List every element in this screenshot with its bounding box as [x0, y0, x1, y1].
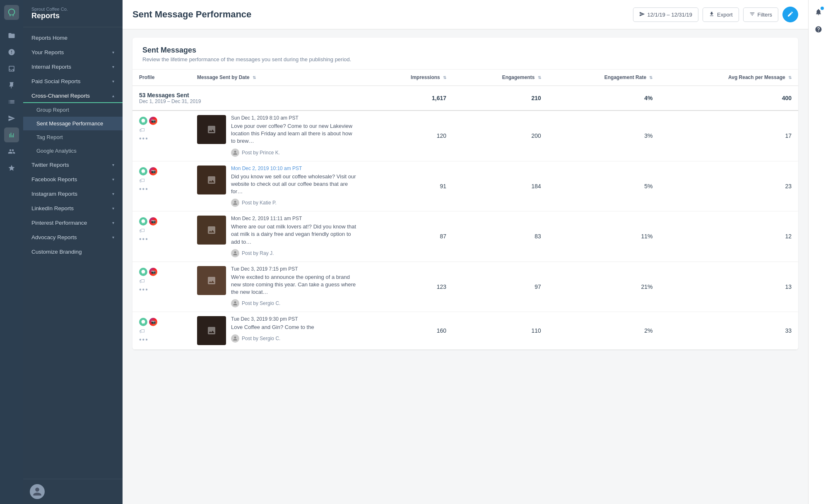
summary-row: 53 Messages Sent Dec 1, 2019 – Dec 31, 2… — [132, 86, 798, 110]
engagement-rate-cell: 21% — [548, 262, 660, 312]
report-card: Sent Messages Review the lifetime perfor… — [132, 38, 798, 350]
chart-bar-icon[interactable] — [4, 127, 19, 142]
more-options-icon[interactable]: ••• — [139, 235, 184, 243]
message-text: Mon Dec 2, 2019 10:10 am PST Did you kno… — [231, 166, 358, 207]
message-cell: Tue Dec 3, 2019 7:15 pm PST We're excite… — [190, 262, 364, 312]
message-thumbnail — [197, 316, 226, 345]
sidebar-item-internal-reports[interactable]: Internal Reports ▾ — [23, 60, 123, 74]
more-options-icon[interactable]: ••• — [139, 135, 184, 142]
user-avatar[interactable] — [30, 484, 45, 499]
sidebar-item-label: Internal Reports — [31, 64, 71, 70]
profile-cell: 📷 🏷 ••• — [132, 211, 190, 262]
message-thumbnail — [197, 216, 226, 245]
more-options-icon[interactable]: ••• — [139, 286, 184, 293]
impressions-cell: 120 — [364, 110, 453, 161]
sidebar-item-cross-channel-reports[interactable]: Cross-Channel Reports ▴ — [23, 89, 123, 103]
sidebar-item-customize-branding[interactable]: Customize Branding — [23, 245, 123, 259]
instagram-platform-icon: 📷 — [149, 217, 157, 226]
col-message[interactable]: Message Sent by Date ⇅ — [190, 70, 364, 86]
message-body: Love Coffee and Gin? Come to the — [231, 324, 358, 331]
message-author: Post by Ray J. — [231, 249, 358, 257]
folder-icon[interactable] — [4, 28, 19, 43]
sidebar-item-group-report[interactable]: Group Report — [23, 103, 123, 117]
col-profile: Profile — [132, 70, 190, 86]
sort-icon: ⇅ — [538, 75, 541, 80]
message-text: Mon Dec 2, 2019 11:11 am PST Where are o… — [231, 216, 358, 257]
sidebar-item-paid-social-reports[interactable]: Paid Social Reports ▾ — [23, 74, 123, 89]
author-name: Post by Katie P. — [242, 200, 277, 206]
tag-icon: 🏷 — [139, 278, 184, 284]
compose-button[interactable] — [782, 7, 798, 22]
engagements-cell: 110 — [453, 312, 548, 350]
col-avg-reach[interactable]: Avg Reach per Message ⇅ — [659, 70, 798, 86]
engagements-cell: 97 — [453, 262, 548, 312]
sidebar-item-instagram-reports[interactable]: Instagram Reports ▾ — [23, 187, 123, 201]
message-date: Sun Dec 1, 2019 8:10 am PST — [231, 115, 358, 121]
more-options-icon[interactable]: ••• — [139, 336, 184, 343]
date-range-label: 12/1/19 – 12/31/19 — [647, 12, 692, 18]
message-body: Where are our oat milk lovers at!? Did y… — [231, 223, 358, 246]
sidebar-item-label: Advocacy Reports — [31, 234, 77, 240]
sidebar-item-label: Instagram Reports — [31, 191, 77, 197]
sidebar-item-reports-home[interactable]: Reports Home — [23, 31, 123, 45]
list-icon[interactable] — [4, 94, 19, 109]
table-row: 📷 🏷 ••• Mon Dec 2, 2019 11:11 am PST Whe… — [132, 211, 798, 262]
message-date: Tue Dec 3, 2019 7:15 pm PST — [231, 266, 358, 272]
message-author: Post by Sergio C. — [231, 299, 358, 307]
chevron-down-icon: ▾ — [112, 163, 114, 167]
sidebar: Sprout Coffee Co. Reports Reports Home Y… — [23, 0, 123, 504]
sidebar-item-google-analytics[interactable]: Google Analytics — [23, 144, 123, 158]
summary-impressions: 1,617 — [364, 86, 453, 110]
export-label: Export — [717, 12, 733, 18]
avg-reach-cell: 33 — [659, 312, 798, 350]
table-row: 📷 🏷 ••• Mon Dec 2, 2019 10:10 am PST Did… — [132, 161, 798, 211]
author-avatar — [231, 299, 239, 307]
sidebar-item-advocacy-reports[interactable]: Advocacy Reports ▾ — [23, 230, 123, 245]
message-author: Post by Prince K. — [231, 149, 358, 157]
col-engagement-rate[interactable]: Engagement Rate ⇅ — [548, 70, 660, 86]
sidebar-item-linkedin-reports[interactable]: LinkedIn Reports ▾ — [23, 201, 123, 216]
help-icon[interactable] — [811, 22, 826, 36]
send-icon[interactable] — [4, 111, 19, 126]
col-impressions[interactable]: Impressions ⇅ — [364, 70, 453, 86]
sidebar-item-facebook-reports[interactable]: Facebook Reports ▾ — [23, 172, 123, 187]
filters-button[interactable]: Filters — [743, 7, 778, 22]
sidebar-item-sent-message-performance[interactable]: Sent Message Performance — [23, 117, 123, 130]
inbox-icon[interactable] — [4, 61, 19, 76]
sort-icon: ⇅ — [253, 75, 256, 80]
message-cell: Mon Dec 2, 2019 10:10 am PST Did you kno… — [190, 161, 364, 211]
chevron-down-icon: ▾ — [112, 177, 114, 182]
sidebar-item-label: LinkedIn Reports — [31, 205, 74, 211]
sidebar-item-tag-report[interactable]: Tag Report — [23, 130, 123, 144]
sidebar-item-twitter-reports[interactable]: Twitter Reports ▾ — [23, 158, 123, 172]
people-icon[interactable] — [4, 144, 19, 159]
chevron-down-icon: ▾ — [112, 192, 114, 196]
author-name: Post by Sergio C. — [242, 336, 280, 341]
pin-icon[interactable] — [4, 78, 19, 93]
sidebar-item-your-reports[interactable]: Your Reports ▾ — [23, 45, 123, 60]
star-icon[interactable] — [4, 161, 19, 175]
profile-cell: 📷 🏷 ••• — [132, 110, 190, 161]
tag-icon: 🏷 — [139, 227, 184, 234]
sidebar-item-pinterest-performance[interactable]: Pinterest Performance ▾ — [23, 216, 123, 230]
message-text: Tue Dec 3, 2019 9:30 pm PST Love Coffee … — [231, 316, 358, 343]
sprout-logo-icon[interactable] — [4, 5, 19, 20]
sprout-platform-icon — [139, 217, 147, 226]
export-button[interactable]: Export — [703, 7, 739, 22]
table-row: 📷 🏷 ••• Tue Dec 3, 2019 7:15 pm PST We'r… — [132, 262, 798, 312]
message-cell: Tue Dec 3, 2019 9:30 pm PST Love Coffee … — [190, 312, 364, 350]
col-engagements[interactable]: Engagements ⇅ — [453, 70, 548, 86]
report-card-header: Sent Messages Review the lifetime perfor… — [132, 38, 798, 70]
message-date[interactable]: Mon Dec 2, 2019 10:10 am PST — [231, 166, 358, 171]
send-icon — [639, 11, 645, 18]
sidebar-item-label: Customize Branding — [31, 249, 82, 255]
impressions-cell: 91 — [364, 161, 453, 211]
alert-icon[interactable] — [4, 45, 19, 60]
sprout-platform-icon — [139, 268, 147, 276]
sidebar-item-label: Reports Home — [31, 35, 67, 41]
author-avatar — [231, 249, 239, 257]
report-section-desc: Review the lifetime performance of the m… — [142, 56, 788, 62]
notification-icon[interactable] — [811, 5, 826, 19]
more-options-icon[interactable]: ••• — [139, 185, 184, 193]
date-range-button[interactable]: 12/1/19 – 12/31/19 — [633, 7, 698, 22]
